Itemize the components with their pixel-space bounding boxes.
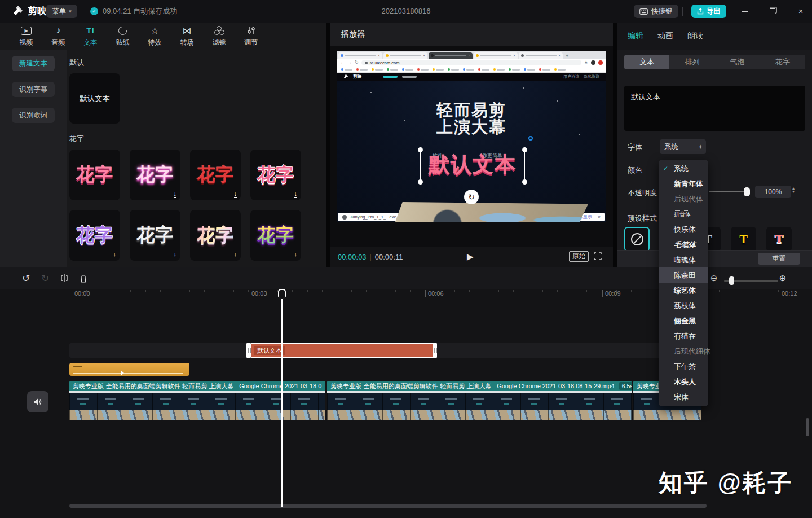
reset-button[interactable]: 重置 [758,253,800,265]
video-clip[interactable]: 剪映专业版-全能易用的桌面端剪辑软件-轻而易剪 上演大幕 - Google Ch… [327,381,632,420]
font-option-俪金黑[interactable]: 俪金黑 [659,314,708,329]
opacity-slider-track[interactable] [709,191,747,192]
opacity-stepper[interactable]: ▴▾ [792,187,795,194]
huazi-style-card[interactable]: 花字↓ [130,150,180,200]
text-clip-label: 默认文本 [254,346,285,355]
download-icon[interactable]: ↓ [174,191,177,198]
download-icon[interactable]: ↓ [294,251,298,258]
font-option-系统[interactable]: ✓系统 [659,161,708,176]
media-tab-特效[interactable]: ☆特效 [139,23,171,50]
zoom-in-button[interactable]: ⊕ [777,273,788,284]
download-icon[interactable]: ↓ [234,191,237,198]
bookmark-item [433,68,444,71]
font-option-陈森田[interactable]: 陈森田 [659,267,708,283]
bookmark-item [539,68,550,71]
ruler-label: 00:00 [72,290,90,297]
minimize-button[interactable] [738,5,751,18]
horizontal-scrollbar[interactable] [69,504,707,508]
huazi-style-card[interactable]: 花字↓ [190,150,241,200]
track-mute-button[interactable] [27,391,48,412]
audio-arrow-icon [121,371,124,375]
font-label: 字体 [628,142,642,152]
selection-handle-bl[interactable] [418,179,423,185]
timeline-zoom-thumb[interactable] [729,276,734,285]
font-select[interactable]: 系统 ▴▾ [660,139,706,154]
text-content-field[interactable]: 默认文本 [624,86,805,131]
media-tab-视频[interactable]: ▶视频 [10,23,42,50]
minimize-icon [742,11,748,12]
default-text-card[interactable]: 默认文本 [69,73,120,124]
font-option-后现代体[interactable]: 后现代体 [659,191,708,207]
playhead-line[interactable] [281,299,283,507]
inspector-tab-编辑[interactable]: 编辑 [628,31,643,41]
rotate-handle[interactable]: ↻ [464,190,479,204]
scale-original-button[interactable]: 原始 [569,251,589,262]
selection-handle-tl[interactable] [418,147,423,152]
shortcut-button[interactable]: 快捷键 [634,5,678,18]
huazi-style-card[interactable]: 花字 [69,150,120,200]
subtab-气泡[interactable]: 气泡 [715,55,760,69]
font-option-下午茶[interactable]: 下午茶 [659,359,708,375]
opacity-value[interactable]: 100% [755,186,791,198]
font-option-毛笔体[interactable]: 毛笔体 [659,237,708,252]
font-option-拼音体[interactable]: 拼音体 [659,207,708,222]
media-tab-文本[interactable]: TI文本 [74,23,107,50]
selection-handle-br[interactable] [522,179,527,185]
preset-style-card[interactable]: T [731,227,756,252]
sidebar-item-识别字幕[interactable]: 识别字幕 [12,82,55,97]
subtab-排列[interactable]: 排列 [669,55,714,69]
menu-button[interactable]: 菜单▾ [46,5,77,18]
inspector-tab-动画[interactable]: 动画 [657,31,673,41]
media-tab-滤镜[interactable]: 滤镜 [203,23,235,50]
export-button[interactable]: 导出 [691,5,726,18]
font-option-快乐体[interactable]: 快乐体 [659,222,708,237]
font-option-综艺体[interactable]: 综艺体 [659,283,708,298]
font-option-荔枝体[interactable]: 荔枝体 [659,298,708,314]
download-icon[interactable]: ↓ [113,251,117,258]
font-option-后现代细体[interactable]: 后现代细体 [659,344,708,359]
subtab-文本[interactable]: 文本 [624,55,669,69]
clip-trim-handle-left[interactable] [246,343,251,358]
text-clip-selected[interactable]: 默认文本 [246,343,437,358]
restore-button[interactable] [766,5,779,18]
font-option-木头人[interactable]: 木头人 [659,375,708,390]
preset-none-card[interactable] [624,227,650,252]
sidebar-item-新建文本[interactable]: 新建文本 [12,56,55,71]
media-tab-音频[interactable]: ♪音频 [42,23,74,50]
media-tab-调节[interactable]: 调节 [235,23,267,50]
audio-clip[interactable] [69,363,189,376]
preset-style-card[interactable]: T [766,227,792,252]
media-tab-转场[interactable]: ⋈转场 [171,23,203,50]
font-option-喵魂体[interactable]: 喵魂体 [659,252,708,267]
huazi-style-card[interactable]: 花字↓ [69,210,120,261]
fullscreen-icon[interactable] [594,252,602,260]
vertical-scrollbar[interactable] [806,418,809,436]
close-button[interactable]: × [794,5,807,18]
download-icon[interactable]: ↓ [234,251,237,258]
selection-handle-tr[interactable] [522,147,527,152]
zoom-out-button[interactable]: ⊖ [708,273,720,284]
opacity-slider-thumb[interactable] [744,187,750,196]
undo-button[interactable]: ↺ [20,273,32,284]
huazi-style-card[interactable]: 花字↓ [190,210,241,261]
export-label: 导出 [707,7,721,16]
download-icon[interactable]: ↓ [174,251,177,258]
huazi-style-card[interactable]: 花字↓ [250,210,301,261]
play-button[interactable]: ▶ [467,252,474,262]
redo-button[interactable]: ↻ [39,273,51,284]
clip-trim-handle-right[interactable] [433,343,437,358]
font-option-宋体[interactable]: 宋体 [659,390,708,405]
media-tab-贴纸[interactable]: 贴纸 [107,23,139,50]
delete-button[interactable] [78,273,89,284]
font-option-新青年体[interactable]: 新青年体 [659,176,708,191]
video-clip[interactable]: 剪映专业版-全能易用的桌面端剪辑软件-轻而易剪 上演大幕 - Google Ch… [69,381,325,420]
inspector-tab-朗读[interactable]: 朗读 [687,31,703,41]
huazi-style-card[interactable]: 花字↓ [250,150,301,200]
download-icon[interactable]: ↓ [294,191,298,198]
split-button[interactable] [59,273,70,284]
text-overlay[interactable]: 默认文本 [420,151,525,179]
huazi-style-card[interactable]: 花字↓ [130,210,180,261]
subtab-花字[interactable]: 花字 [760,55,805,69]
sidebar-item-识别歌词[interactable]: 识别歌词 [12,108,55,123]
font-option-有猫在[interactable]: 有猫在 [659,329,708,344]
